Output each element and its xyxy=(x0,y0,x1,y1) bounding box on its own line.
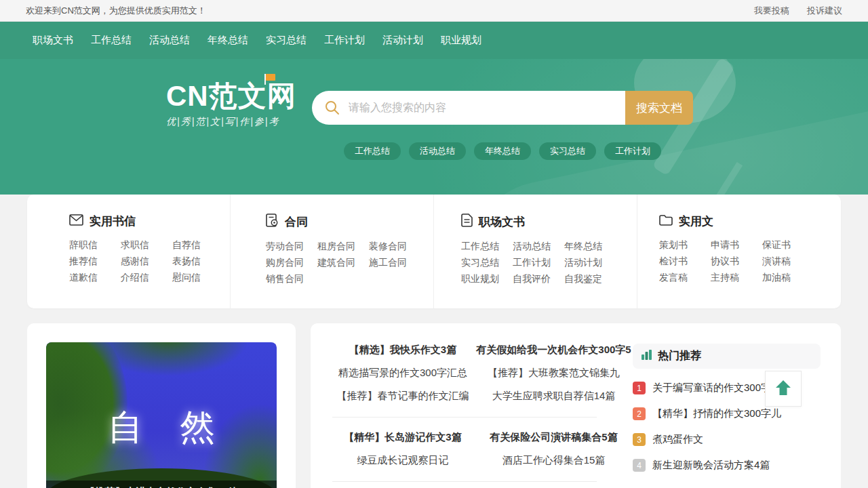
article-divider xyxy=(332,417,597,418)
category-link[interactable]: 装修合同 xyxy=(369,241,420,251)
category-link[interactable]: 检讨书 xyxy=(659,256,711,266)
nav-item-activity-plan[interactable]: 活动计划 xyxy=(382,34,423,47)
document-icon xyxy=(461,214,473,230)
category-link[interactable]: 自我鉴定 xyxy=(564,274,616,283)
content-card: 【精选】我快乐作文3篇 有关假如给我一次机会作文300字5 精选描写景的作文30… xyxy=(311,323,841,488)
category-link[interactable]: 协议书 xyxy=(711,256,762,266)
logo-flag-icon xyxy=(266,74,275,81)
tag-year-end-summary[interactable]: 年终总结 xyxy=(474,142,531,160)
tag-activity-summary[interactable]: 活动总结 xyxy=(409,142,466,160)
category-link[interactable]: 工作总结 xyxy=(461,241,513,251)
category-link[interactable]: 求职信 xyxy=(121,240,172,249)
rank-badge: 2 xyxy=(633,407,646,420)
featured-image-text: 自 然 xyxy=(46,404,277,451)
featured-image[interactable]: 自 然 【推荐】走进大自然作文合集10篇 xyxy=(46,342,277,488)
article-divider xyxy=(332,481,597,482)
article-link[interactable]: 绿豆成长记观察日记 xyxy=(331,454,475,467)
category-link[interactable]: 推荐信 xyxy=(69,256,121,266)
category-link[interactable]: 介绍信 xyxy=(121,272,172,282)
category-link[interactable]: 实习总结 xyxy=(461,258,513,267)
hot-item-link[interactable]: 新生迎新晚会活动方案4篇 xyxy=(652,459,770,472)
category-link[interactable]: 演讲稿 xyxy=(762,256,814,266)
nav-item-year-end-summary[interactable]: 年终总结 xyxy=(208,34,248,47)
category-panel: 实用书信 辞职信 求职信 自荐信 推荐信 感谢信 表扬信 道歉信 介绍信 慰问信… xyxy=(27,195,841,308)
hot-item[interactable]: 3 煮鸡蛋作文 xyxy=(633,433,821,446)
tag-work-summary[interactable]: 工作总结 xyxy=(344,142,401,160)
category-contracts: 合同 劳动合同 租房合同 装修合同 购房合同 建筑合同 施工合同 销售合同 xyxy=(231,195,434,308)
hot-item-link[interactable]: 关于编写童话的作文300字 xyxy=(652,382,771,394)
submit-article-link[interactable]: 我要投稿 xyxy=(754,5,789,17)
featured-caption[interactable]: 【推荐】走进大自然作文合集10篇 xyxy=(46,481,277,488)
article-row: 【精选】我快乐作文3篇 有关假如给我一次机会作文300字5 xyxy=(331,338,633,361)
category-link[interactable]: 主持稿 xyxy=(711,272,762,282)
hot-search-tags: 工作总结 活动总结 年终总结 实习总结 工作计划 xyxy=(312,142,693,160)
arrow-up-icon xyxy=(774,379,793,399)
article-link[interactable]: 【推荐】春节记事的作文汇编 xyxy=(331,390,475,403)
category-link[interactable]: 自我评价 xyxy=(513,274,564,283)
nav-item-activity-summary[interactable]: 活动总结 xyxy=(149,34,190,47)
category-contracts-links: 劳动合同 租房合同 装修合同 购房合同 建筑合同 施工合同 销售合同 xyxy=(266,241,433,283)
topbar-links: 我要投稿 投诉建议 xyxy=(754,5,842,17)
nav-item-work-summary[interactable]: 工作总结 xyxy=(91,34,132,47)
site-logo[interactable]: CN范文网 优|秀|范|文|写|作|参|考 xyxy=(166,81,296,128)
nav-item-workplace-docs[interactable]: 职场文书 xyxy=(33,34,73,47)
welcome-text: 欢迎来到CN范文网，为您提供优质实用范文！ xyxy=(26,5,206,17)
category-link[interactable]: 租房合同 xyxy=(317,241,369,251)
category-link[interactable]: 策划书 xyxy=(659,240,711,249)
feedback-link[interactable]: 投诉建议 xyxy=(807,5,842,17)
category-link[interactable]: 年终总结 xyxy=(564,241,616,251)
logo-subtitle: 优|秀|范|文|写|作|参|考 xyxy=(166,116,296,128)
category-link[interactable]: 职业规划 xyxy=(461,274,513,283)
category-link[interactable]: 慰问信 xyxy=(172,272,224,282)
search-icon xyxy=(324,100,340,119)
category-link[interactable]: 建筑合同 xyxy=(317,258,369,267)
category-link[interactable]: 发言稿 xyxy=(659,272,711,282)
category-letters-header: 实用书信 xyxy=(69,214,230,229)
category-link[interactable]: 销售合同 xyxy=(266,274,317,283)
category-link[interactable]: 感谢信 xyxy=(121,256,172,266)
topbar: 欢迎来到CN范文网，为您提供优质实用范文！ 我要投稿 投诉建议 xyxy=(0,0,868,22)
back-to-top-button[interactable] xyxy=(765,371,802,407)
rank-badge: 3 xyxy=(633,433,646,446)
hero-banner: CN范文网 优|秀|范|文|写|作|参|考 搜索文档 工作总结 活动总结 年终总… xyxy=(0,59,868,195)
hot-item[interactable]: 2 【精华】抒情的作文300字儿 xyxy=(633,407,821,420)
category-link[interactable]: 活动计划 xyxy=(564,258,616,267)
category-practical-writing: 实用文 策划书 申请书 保证书 检讨书 协议书 演讲稿 发言稿 主持稿 加油稿 xyxy=(637,195,841,308)
nav-item-career-plan[interactable]: 职业规划 xyxy=(441,34,481,47)
tag-work-plan[interactable]: 工作计划 xyxy=(604,142,661,160)
article-link[interactable]: 【精华】长岛游记作文3篇 xyxy=(331,431,475,444)
category-link[interactable]: 辞职信 xyxy=(69,240,121,249)
featured-card: 自 然 【推荐】走进大自然作文合集10篇 xyxy=(27,323,296,488)
envelope-icon xyxy=(69,214,83,229)
tag-internship-summary[interactable]: 实习总结 xyxy=(539,142,596,160)
article-link[interactable]: 酒店工作心得集合15篇 xyxy=(475,454,633,467)
article-link[interactable]: 有关假如给我一次机会作文300字5 xyxy=(475,344,633,357)
category-link[interactable]: 活动总结 xyxy=(513,241,564,251)
nav-item-work-plan[interactable]: 工作计划 xyxy=(324,34,365,47)
category-link[interactable]: 保证书 xyxy=(762,240,814,249)
hot-item[interactable]: 4 新生迎新晚会活动方案4篇 xyxy=(633,459,821,472)
category-link[interactable]: 购房合同 xyxy=(266,258,317,267)
category-link[interactable]: 申请书 xyxy=(711,240,762,249)
search-input[interactable] xyxy=(312,91,625,125)
nav-item-internship-summary[interactable]: 实习总结 xyxy=(266,34,307,47)
hot-item-link[interactable]: 【精华】抒情的作文300字儿 xyxy=(652,407,781,420)
category-link[interactable]: 表扬信 xyxy=(172,256,224,266)
category-link[interactable]: 道歉信 xyxy=(69,272,121,282)
article-link[interactable]: 有关保险公司演讲稿集合5篇 xyxy=(475,431,633,444)
article-link[interactable]: 大学生应聘求职自荐信14篇 xyxy=(475,390,633,403)
category-link[interactable]: 自荐信 xyxy=(172,240,224,249)
logo-title: CN范文网 xyxy=(166,81,296,112)
article-link[interactable]: 【精选】我快乐作文3篇 xyxy=(331,344,475,357)
article-link[interactable]: 【推荐】大班教案范文锦集九 xyxy=(475,367,633,380)
category-link[interactable]: 加油稿 xyxy=(762,272,814,282)
category-link[interactable]: 施工合同 xyxy=(369,258,420,267)
category-link[interactable]: 工作计划 xyxy=(513,258,564,267)
article-list: 【精选】我快乐作文3篇 有关假如给我一次机会作文300字5 精选描写景的作文30… xyxy=(331,338,633,488)
category-link[interactable]: 劳动合同 xyxy=(266,241,317,251)
rank-badge: 4 xyxy=(633,459,646,472)
article-link[interactable]: 精选描写景的作文300字汇总 xyxy=(331,367,475,380)
search-button[interactable]: 搜索文档 xyxy=(625,91,693,125)
hot-item-link[interactable]: 煮鸡蛋作文 xyxy=(652,433,703,446)
category-contracts-header: 合同 xyxy=(266,214,433,230)
